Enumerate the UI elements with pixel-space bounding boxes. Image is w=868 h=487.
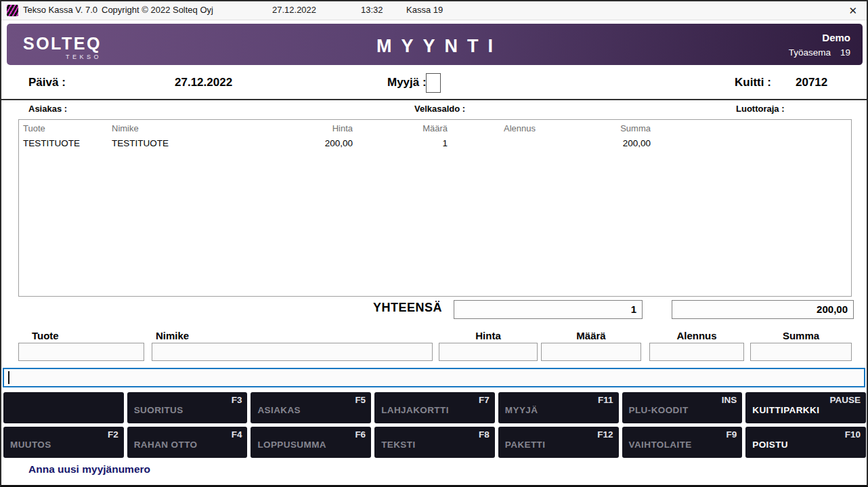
key-button-label: MYYJÄ bbox=[505, 405, 538, 415]
key-shortcut-label: F12 bbox=[597, 429, 613, 440]
key-shortcut-label: F5 bbox=[355, 395, 366, 405]
entry-input-maara[interactable] bbox=[541, 343, 641, 361]
sales-table: Tuote Nimike Hinta Määrä Alennus Summa T… bbox=[18, 119, 852, 297]
text-caret bbox=[8, 371, 9, 384]
date-label: Päivä : bbox=[28, 76, 66, 89]
column-header-summa: Summa bbox=[536, 123, 651, 133]
key-button-plu-koodit[interactable]: INSPLU-KOODIT bbox=[622, 392, 743, 423]
screen-title: MYYNTI bbox=[7, 36, 863, 57]
key-shortcut-label: F4 bbox=[232, 429, 242, 440]
key-shortcut-label: F2 bbox=[108, 429, 118, 440]
entry-label-tuote: Tuote bbox=[32, 330, 59, 341]
key-button-muutos[interactable]: F2MUUTOS bbox=[3, 427, 124, 458]
date-value: 27.12.2022 bbox=[175, 76, 232, 89]
session-info: Demo Työasema19 bbox=[789, 33, 850, 58]
table-cell: TESTITUOTE bbox=[19, 138, 112, 148]
key-shortcut-label: INS bbox=[722, 395, 737, 405]
key-button-label: PLU-KOODIT bbox=[629, 405, 689, 415]
key-button-suoritus[interactable]: F3SUORITUS bbox=[127, 392, 248, 423]
workstation-info: Työasema19 bbox=[789, 48, 850, 58]
key-button-label: SUORITUS bbox=[134, 405, 183, 415]
key-shortcut-label: F10 bbox=[845, 429, 861, 440]
entry-input-tuote[interactable] bbox=[18, 343, 144, 361]
entry-label-nimike: Nimike bbox=[156, 330, 189, 341]
key-shortcut-label: F7 bbox=[479, 395, 490, 405]
titlebar: Tekso Kassa V. 7.0 Copyright © 2022 Solt… bbox=[1, 1, 867, 20]
statusbar: Anna uusi myyjänumero bbox=[1, 458, 867, 485]
key-button-rahan-otto[interactable]: F4RAHAN OTTO bbox=[127, 427, 248, 458]
table-cell: 200,00 bbox=[279, 138, 353, 148]
key-button-label: LAHJAKORTTI bbox=[381, 405, 449, 415]
key-button-label: KUITTIPARKKI bbox=[752, 405, 819, 415]
key-button-blank[interactable] bbox=[3, 392, 124, 423]
entry-input-hinta[interactable] bbox=[439, 343, 538, 361]
key-button-poistu[interactable]: F10POISTU bbox=[745, 427, 866, 458]
key-button-label: TEKSTI bbox=[381, 440, 415, 450]
key-button-label: POISTU bbox=[752, 440, 788, 450]
key-shortcut-label: F8 bbox=[479, 429, 490, 440]
debt-balance-label: Velkasaldo : bbox=[414, 104, 465, 114]
key-button-label: RAHAN OTTO bbox=[134, 440, 198, 450]
entry-label-hinta: Hinta bbox=[439, 330, 538, 341]
pos-window: Tekso Kassa V. 7.0 Copyright © 2022 Solt… bbox=[0, 0, 868, 487]
seller-input[interactable] bbox=[426, 73, 441, 93]
entry-label-alennus: Alennus bbox=[649, 330, 744, 341]
key-button-paketti[interactable]: F12PAKETTI bbox=[498, 427, 619, 458]
workstation-label: Työasema bbox=[789, 47, 831, 58]
entry-label-summa: Summa bbox=[750, 330, 852, 341]
app-logo-icon bbox=[7, 5, 18, 16]
credit-limit-label: Luottoraja : bbox=[736, 104, 785, 114]
register-number: Kassa 19 bbox=[406, 5, 443, 15]
entry-input-summa[interactable] bbox=[750, 343, 852, 361]
total-sum-box: 200,00 bbox=[672, 300, 854, 319]
close-icon[interactable]: ✕ bbox=[846, 5, 860, 17]
table-cell: 1 bbox=[353, 138, 448, 148]
key-shortcut-label: F6 bbox=[355, 429, 366, 440]
divider bbox=[1, 99, 867, 100]
key-button-label: MUUTOS bbox=[10, 440, 51, 450]
titlebar-date: 27.12.2022 bbox=[272, 5, 316, 15]
key-button-teksti[interactable]: F8TEKSTI bbox=[374, 427, 495, 458]
key-button-label: PAKETTI bbox=[505, 440, 546, 450]
entry-input-nimike[interactable] bbox=[152, 343, 433, 361]
column-header-tuote: Tuote bbox=[19, 123, 112, 133]
key-button-lahjakortti[interactable]: F7LAHJAKORTTI bbox=[374, 392, 495, 423]
column-header-hinta: Hinta bbox=[279, 123, 353, 133]
key-shortcut-label: PAUSE bbox=[829, 395, 861, 405]
customer-label: Asiakas : bbox=[28, 104, 67, 114]
column-header-maara: Määrä bbox=[353, 123, 448, 133]
key-shortcut-label: F3 bbox=[232, 395, 242, 405]
key-button-asiakas[interactable]: F5ASIAKAS bbox=[251, 392, 371, 423]
copyright-text: Copyright © 2022 Solteq Oyj bbox=[102, 5, 213, 15]
key-shortcut-label: F11 bbox=[598, 395, 613, 405]
entry-label-maara: Määrä bbox=[541, 330, 641, 341]
entry-input-alennus[interactable] bbox=[649, 343, 744, 361]
key-button-label: ASIAKAS bbox=[257, 405, 301, 415]
function-key-grid: F3SUORITUSF5ASIAKASF7LAHJAKORTTIF11MYYJÄ… bbox=[3, 392, 866, 458]
workstation-number: 19 bbox=[840, 47, 850, 58]
table-cell: 200,00 bbox=[536, 138, 651, 148]
command-input[interactable] bbox=[3, 368, 865, 387]
seller-label: Myyjä : bbox=[387, 76, 427, 89]
table-header: Tuote Nimike Hinta Määrä Alennus Summa bbox=[19, 120, 851, 136]
receipt-label: Kuitti : bbox=[735, 76, 771, 89]
app-title: Tekso Kassa V. 7.0 bbox=[23, 5, 97, 15]
titlebar-time: 13:32 bbox=[361, 5, 383, 15]
total-quantity-box: 1 bbox=[454, 300, 643, 319]
key-button-label: VAIHTOLAITE bbox=[629, 440, 692, 450]
sales-table-body: TESTITUOTETESTITUOTE200,001200,00 bbox=[19, 136, 851, 150]
key-button-kuittiparkki[interactable]: PAUSEKUITTIPARKKI bbox=[745, 392, 866, 423]
receipt-number: 20712 bbox=[796, 76, 827, 89]
key-button-myyjä[interactable]: F11MYYJÄ bbox=[498, 392, 619, 423]
column-header-nimike: Nimike bbox=[112, 123, 279, 133]
table-row[interactable]: TESTITUOTETESTITUOTE200,001200,00 bbox=[19, 136, 851, 150]
key-button-label: LOPPUSUMMA bbox=[257, 440, 326, 450]
header-banner: SOLTEQ TEKSO MYYNTI Demo Työasema19 bbox=[7, 24, 863, 65]
key-button-loppusumma[interactable]: F6LOPPUSUMMA bbox=[251, 427, 371, 458]
column-header-alennus: Alennus bbox=[448, 123, 536, 133]
totals-label: YHTEENSÄ bbox=[373, 301, 442, 315]
table-cell: TESTITUOTE bbox=[112, 138, 279, 148]
mode-label: Demo bbox=[789, 33, 850, 43]
status-message: Anna uusi myyjänumero bbox=[28, 463, 150, 475]
key-button-vaihtolaite[interactable]: F9VAIHTOLAITE bbox=[622, 427, 743, 458]
